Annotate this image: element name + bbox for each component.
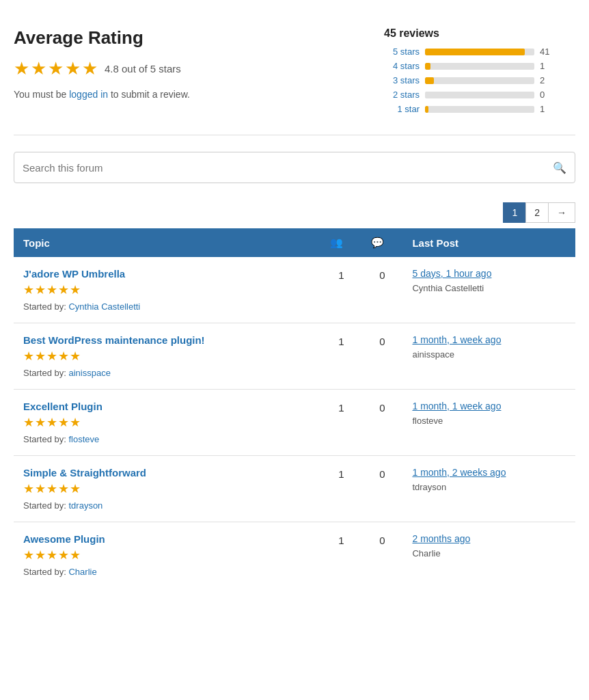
- topic-link-0[interactable]: J'adore WP Umbrella: [23, 268, 311, 280]
- table-row: J'adore WP Umbrella ★★★★★ Started by: Cy…: [14, 257, 575, 323]
- topic-star: ★: [46, 349, 57, 364]
- topic-cell-1: Best WordPress maintenance plugin! ★★★★★…: [14, 323, 320, 390]
- topic-author-3[interactable]: tdrayson: [68, 500, 102, 511]
- topic-cell-2: Excellent Plugin ★★★★★ Started by: flost…: [14, 390, 320, 456]
- lastpost-user-0: Cynthia Castelletti: [412, 283, 484, 293]
- topic-link-2[interactable]: Excellent Plugin: [23, 401, 311, 412]
- topic-author-0[interactable]: Cynthia Castelletti: [68, 301, 140, 312]
- table-row: Best WordPress maintenance plugin! ★★★★★…: [14, 323, 575, 390]
- page-btn-1[interactable]: 2: [525, 202, 548, 223]
- rating-stars: ★ ★ ★ ★ ★: [14, 58, 98, 79]
- th-posts: 💬: [361, 228, 402, 257]
- table-row: Awesome Plugin ★★★★★ Started by: Charlie…: [14, 522, 575, 589]
- topic-cell-0: J'adore WP Umbrella ★★★★★ Started by: Cy…: [14, 257, 320, 323]
- th-lastpost: Last Post: [402, 228, 575, 257]
- topic-posts-4: 0: [361, 522, 402, 589]
- topic-voices-1: 1: [320, 323, 361, 390]
- topic-star: ★: [70, 282, 81, 297]
- bar-label-0[interactable]: 5 stars: [384, 46, 420, 57]
- bar-row-2: 3 stars 2: [384, 75, 575, 85]
- table-header: Topic 👥 💬 Last Post: [14, 228, 575, 257]
- rating-bars: 45 reviews 5 stars 41 4 stars 1 3 stars …: [384, 27, 575, 118]
- lastpost-time-3[interactable]: 1 month, 2 weeks ago: [412, 467, 566, 478]
- topic-posts-3: 0: [361, 456, 402, 522]
- topic-star: ★: [35, 481, 46, 496]
- bars-container: 5 stars 41 4 stars 1 3 stars 2 2 stars 0…: [384, 46, 575, 114]
- topic-star: ★: [70, 349, 81, 364]
- topic-cell-4: Awesome Plugin ★★★★★ Started by: Charlie: [14, 522, 320, 589]
- login-link[interactable]: logged in: [69, 89, 108, 100]
- topic-star: ★: [58, 349, 69, 364]
- lastpost-time-1[interactable]: 1 month, 1 week ago: [412, 334, 566, 345]
- topic-star: ★: [46, 481, 57, 496]
- topic-star: ★: [23, 282, 34, 297]
- topic-table: Topic 👥 💬 Last Post J'adore WP Umbrella …: [14, 228, 575, 588]
- star-1: ★: [14, 58, 29, 79]
- topic-star: ★: [23, 548, 34, 563]
- search-box: 🔍: [14, 152, 575, 183]
- page-btn-2[interactable]: →: [548, 202, 575, 223]
- lastpost-user-3: tdrayson: [412, 482, 446, 492]
- topic-star: ★: [23, 415, 34, 430]
- bar-fill-0: [425, 49, 525, 55]
- rating-left: Average Rating ★ ★ ★ ★ ★ 4.8 out of 5 st…: [14, 27, 357, 100]
- topic-started-0: Started by: Cynthia Castelletti: [23, 301, 140, 312]
- voices-icon: 👥: [330, 237, 343, 248]
- topic-star: ★: [46, 548, 57, 563]
- lastpost-time-2[interactable]: 1 month, 1 week ago: [412, 401, 566, 412]
- bar-row-3: 2 stars 0: [384, 90, 575, 100]
- search-input[interactable]: [23, 162, 553, 174]
- lastpost-time-4[interactable]: 2 months ago: [412, 533, 566, 544]
- lastpost-time-0[interactable]: 5 days, 1 hour ago: [412, 268, 566, 279]
- star-4: ★: [65, 58, 81, 79]
- topic-star: ★: [46, 415, 57, 430]
- bar-track-4: [425, 106, 534, 113]
- topic-started-1: Started by: ainisspace: [23, 368, 111, 378]
- search-icon[interactable]: 🔍: [553, 161, 566, 174]
- bar-track-0: [425, 49, 534, 55]
- topic-link-1[interactable]: Best WordPress maintenance plugin!: [23, 334, 311, 346]
- topic-stars-4: ★★★★★: [23, 548, 311, 563]
- bar-label-1[interactable]: 4 stars: [384, 61, 420, 71]
- bar-label-3[interactable]: 2 stars: [384, 90, 420, 100]
- bar-label-4[interactable]: 1 star: [384, 104, 420, 114]
- topic-stars-1: ★★★★★: [23, 349, 311, 364]
- topic-star: ★: [70, 415, 81, 430]
- topic-voices-0: 1: [320, 257, 361, 323]
- bar-count-4: 1: [540, 104, 553, 114]
- topic-posts-2: 0: [361, 390, 402, 456]
- bar-count-1: 1: [540, 61, 553, 71]
- topic-started-3: Started by: tdrayson: [23, 500, 102, 511]
- topic-stars-3: ★★★★★: [23, 481, 311, 496]
- lastpost-user-4: Charlie: [412, 548, 440, 558]
- bar-label-2[interactable]: 3 stars: [384, 75, 420, 85]
- bar-count-2: 2: [540, 75, 553, 85]
- table-body: J'adore WP Umbrella ★★★★★ Started by: Cy…: [14, 257, 575, 588]
- topic-star: ★: [35, 548, 46, 563]
- topic-author-4[interactable]: Charlie: [68, 567, 96, 577]
- topic-posts-0: 0: [361, 257, 402, 323]
- bar-row-0: 5 stars 41: [384, 46, 575, 57]
- topic-author-2[interactable]: flosteve: [68, 434, 99, 444]
- topic-lastpost-0: 5 days, 1 hour ago Cynthia Castelletti: [402, 257, 575, 323]
- login-prompt: You must be logged in to submit a review…: [14, 89, 357, 100]
- topic-lastpost-3: 1 month, 2 weeks ago tdrayson: [402, 456, 575, 522]
- bar-track-2: [425, 77, 534, 84]
- pagination-row: 12→: [14, 194, 575, 228]
- star-2: ★: [31, 58, 46, 79]
- topic-link-3[interactable]: Simple & Straightforward: [23, 467, 311, 479]
- rating-score-text: 4.8 out of 5 stars: [105, 63, 181, 75]
- page-btn-0[interactable]: 1: [503, 202, 525, 223]
- topic-voices-4: 1: [320, 522, 361, 589]
- topic-link-4[interactable]: Awesome Plugin: [23, 533, 311, 545]
- topic-lastpost-4: 2 months ago Charlie: [402, 522, 575, 589]
- table-row: Simple & Straightforward ★★★★★ Started b…: [14, 456, 575, 522]
- bar-fill-2: [425, 77, 434, 84]
- topic-star: ★: [23, 349, 34, 364]
- topic-author-1[interactable]: ainisspace: [68, 368, 110, 378]
- bar-fill-1: [425, 63, 430, 70]
- topic-cell-3: Simple & Straightforward ★★★★★ Started b…: [14, 456, 320, 522]
- bar-track-1: [425, 63, 534, 70]
- bar-count-3: 0: [540, 90, 553, 100]
- topic-star: ★: [58, 282, 69, 297]
